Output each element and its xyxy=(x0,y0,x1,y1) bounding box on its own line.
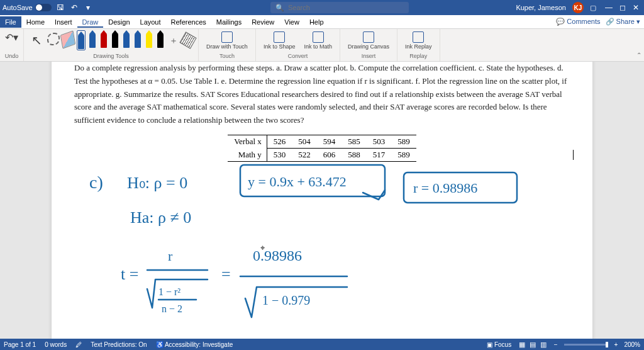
autosave-control[interactable]: AutoSave xyxy=(3,4,52,11)
highlighter-yellow[interactable] xyxy=(145,30,153,50)
pen-3[interactable] xyxy=(99,30,108,50)
save-icon[interactable]: 🖫 xyxy=(55,3,65,13)
ink-to-shape-button[interactable]: Ink to Shape xyxy=(260,30,299,52)
print-layout-icon[interactable]: ▤ xyxy=(530,341,536,348)
ink-regression: y = 0.9x + 63.472 xyxy=(248,174,347,189)
user-name[interactable]: Kuper, Jameson xyxy=(516,4,566,11)
tab-view[interactable]: View xyxy=(279,16,304,28)
close-button[interactable]: ✕ xyxy=(633,3,639,12)
ink-to-math-button[interactable]: Ink to Math xyxy=(300,30,336,52)
tab-review[interactable]: Review xyxy=(247,16,279,28)
collapse-ribbon-icon[interactable]: ⌃ xyxy=(634,49,644,61)
add-pen-icon[interactable]: ＋ xyxy=(167,30,180,52)
pen-8[interactable] xyxy=(156,30,165,50)
group-drawing-tools: ↖ ＋ Drawing Tools xyxy=(24,29,199,61)
tab-insert[interactable]: Insert xyxy=(50,16,77,28)
autosave-toggle-icon[interactable] xyxy=(35,4,52,11)
ribbon: ↶▾ Undo ↖ ＋ Drawing Tools Draw with Touc… xyxy=(0,29,644,62)
tab-help[interactable]: Help xyxy=(304,16,329,28)
user-avatar-icon[interactable]: KJ xyxy=(572,2,584,13)
ribbon-display-icon[interactable]: ▢ xyxy=(590,4,596,12)
web-layout-icon[interactable]: ▥ xyxy=(540,341,547,348)
ink-math-icon xyxy=(313,31,324,43)
tab-references[interactable]: References xyxy=(166,16,211,28)
group-label-replay: Replay xyxy=(409,53,427,59)
eraser-icon[interactable] xyxy=(60,30,76,49)
tab-home[interactable]: Home xyxy=(21,16,50,28)
ribbon-tabs: File Home Insert Draw Design Layout Refe… xyxy=(0,15,644,29)
touch-icon xyxy=(221,31,233,43)
pen-1[interactable] xyxy=(77,30,86,50)
row-label-verbal: Verbal x xyxy=(228,135,267,148)
problem-text: Do a complete regression analysis by per… xyxy=(74,62,570,127)
qat-customize-icon[interactable]: ▾ xyxy=(83,3,93,13)
page[interactable]: Do a complete regression analysis by per… xyxy=(52,62,592,339)
focus-mode-button[interactable]: ▣ Focus xyxy=(487,341,511,348)
undo-button-icon[interactable]: ↶▾ xyxy=(4,30,19,45)
comments-button[interactable]: 💬 Comments xyxy=(556,18,600,26)
autosave-label: AutoSave xyxy=(3,4,33,11)
group-label-undo: Undo xyxy=(5,53,19,59)
lasso-select-icon[interactable] xyxy=(47,33,60,45)
zoom-slider[interactable] xyxy=(564,344,608,346)
status-accessibility[interactable]: ♿ Accessibility: Investigate xyxy=(156,341,233,348)
group-label-touch: Touch xyxy=(219,53,235,59)
minimize-button[interactable]: — xyxy=(605,3,613,12)
ink-layer: c) H₀: ρ = 0 Ha: ρ ≠ 0 y = 0.9x + 63.472… xyxy=(52,154,592,339)
read-mode-icon[interactable]: ▦ xyxy=(519,341,525,348)
group-replay: Ink Replay Replay xyxy=(397,29,440,61)
svg-text:Ha:  ρ ≠ 0: Ha: ρ ≠ 0 xyxy=(130,208,191,227)
pen-6[interactable] xyxy=(133,30,142,50)
svg-text:H₀:  ρ = 0: H₀: ρ = 0 xyxy=(127,174,187,192)
search-box[interactable]: 🔍 xyxy=(270,2,409,13)
table-row: Verbal x 526 504 594 585 503 589 xyxy=(228,135,416,148)
svg-text:t =: t = xyxy=(121,265,138,283)
group-insert: Drawing Canvas Insert xyxy=(340,29,397,61)
status-predictions[interactable]: Text Predictions: On xyxy=(91,341,147,348)
svg-text:r: r xyxy=(168,248,173,264)
tab-file[interactable]: File xyxy=(0,16,21,28)
ink-t-denominator: 1 − 0.979 xyxy=(262,293,310,307)
pen-5[interactable] xyxy=(122,30,131,50)
maximize-button[interactable]: ◻ xyxy=(619,3,626,12)
status-bar: Page 1 of 1 0 words 🖉 Text Predictions: … xyxy=(0,339,644,350)
canvas-icon xyxy=(363,31,374,43)
group-label-tools: Drawing Tools xyxy=(93,53,128,59)
zoom-level[interactable]: 200% xyxy=(624,341,640,348)
title-bar: AutoSave 🖫 ↶ ▾ Document1 - Word 🔍 Kuper,… xyxy=(0,0,644,15)
search-input[interactable] xyxy=(288,4,404,11)
view-buttons: ▦ ▤ ▥ xyxy=(518,341,548,349)
ink-shape-icon xyxy=(274,31,285,43)
status-page[interactable]: Page 1 of 1 xyxy=(4,341,36,348)
draw-with-touch-button[interactable]: Draw with Touch xyxy=(203,30,252,52)
tab-draw[interactable]: Draw xyxy=(77,16,104,28)
ink-r-value: r = 0.98986 xyxy=(413,180,477,196)
quick-access-toolbar: 🖫 ↶ ▾ xyxy=(55,3,93,13)
ruler-icon[interactable] xyxy=(179,31,196,48)
document-area[interactable]: Do a complete regression analysis by per… xyxy=(0,62,644,339)
ink-part-label: c) xyxy=(89,172,103,192)
mouse-cursor-icon: ⌖ xyxy=(260,243,265,253)
tab-design[interactable]: Design xyxy=(103,16,135,28)
pen-2[interactable] xyxy=(88,30,97,50)
undo-icon[interactable]: ↶ xyxy=(69,3,79,13)
replay-icon xyxy=(413,31,424,43)
svg-text:=: = xyxy=(221,265,231,283)
pen-4[interactable] xyxy=(111,30,119,50)
zoom-out-button[interactable]: − xyxy=(554,341,558,348)
share-button[interactable]: 🔗 Share ▾ xyxy=(606,18,640,26)
status-language-icon[interactable]: 🖉 xyxy=(75,341,82,348)
group-convert: Ink to Shape Ink to Math Convert xyxy=(256,29,340,61)
tab-layout[interactable]: Layout xyxy=(135,16,166,28)
group-label-insert: Insert xyxy=(362,53,376,59)
status-words[interactable]: 0 words xyxy=(45,341,67,348)
group-touch: Draw with Touch Touch xyxy=(199,29,256,61)
select-cursor-icon[interactable]: ↖ xyxy=(28,30,46,50)
search-icon: 🔍 xyxy=(275,4,284,12)
drawing-canvas-button[interactable]: Drawing Canvas xyxy=(344,30,393,52)
svg-text:n − 2: n − 2 xyxy=(162,303,182,314)
zoom-in-button[interactable]: + xyxy=(614,341,618,348)
ink-replay-button[interactable]: Ink Replay xyxy=(401,30,436,52)
svg-text:1 − r²: 1 − r² xyxy=(158,286,180,297)
tab-mailings[interactable]: Mailings xyxy=(211,16,247,28)
